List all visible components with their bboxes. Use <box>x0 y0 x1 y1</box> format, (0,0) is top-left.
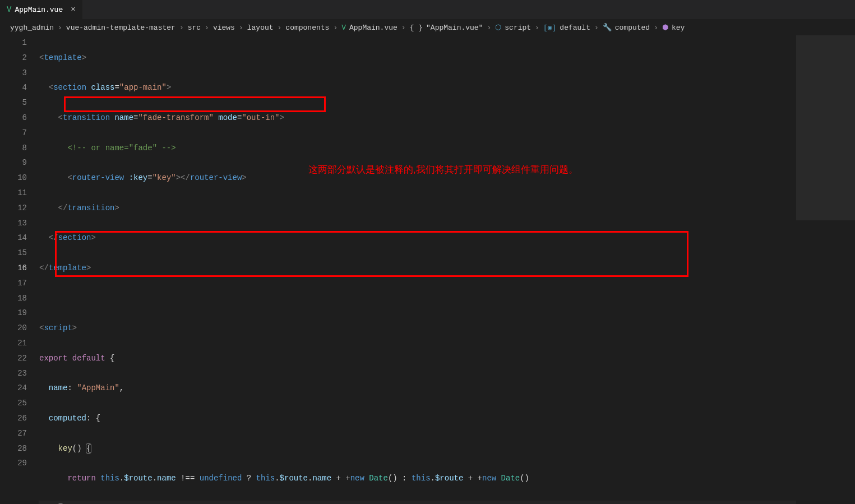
line-number: 16 <box>0 261 27 276</box>
vue-icon: V <box>7 5 11 14</box>
line-number: 15 <box>0 246 27 261</box>
code-line[interactable]: <!-- or name="fade" --> <box>39 141 855 156</box>
code-line[interactable]: computed: { <box>39 411 855 426</box>
line-number: 5 <box>0 95 27 110</box>
line-number: 12 <box>0 201 27 216</box>
minimap-viewport[interactable] <box>796 35 855 220</box>
code-line[interactable]: } <box>39 501 855 504</box>
chevron-right-icon: › <box>58 24 62 32</box>
breadcrumb-item[interactable]: AppMain.vue <box>349 24 398 32</box>
default-icon: [◉] <box>543 23 556 32</box>
chevron-right-icon: › <box>239 24 243 32</box>
line-number: 3 <box>0 66 27 81</box>
code-line[interactable]: <template> <box>39 50 855 66</box>
line-number: 17 <box>0 276 27 291</box>
breadcrumb-item[interactable]: key <box>672 24 685 32</box>
code-content[interactable]: <template> <section class="app-main"> <t… <box>39 35 855 504</box>
chevron-right-icon: › <box>594 24 599 32</box>
chevron-right-icon: › <box>487 24 491 32</box>
chevron-right-icon: › <box>401 24 406 32</box>
line-number: 29 <box>0 456 27 471</box>
breadcrumb-item[interactable]: components <box>285 24 329 32</box>
tab-appmain[interactable]: V AppMain.vue × <box>0 0 82 19</box>
code-line[interactable] <box>39 291 855 306</box>
chevron-right-icon: › <box>205 24 209 32</box>
line-number: 9 <box>0 155 27 170</box>
code-line[interactable]: return this.$route.name !== undefined ? … <box>39 471 855 486</box>
tab-bar: V AppMain.vue × <box>0 0 855 20</box>
minimap[interactable] <box>796 35 855 504</box>
wrench-icon: 🔧 <box>603 23 612 32</box>
line-number: 14 <box>0 230 27 246</box>
breadcrumb-item[interactable]: layout <box>247 24 274 32</box>
line-number: 2 <box>0 50 27 66</box>
script-icon: ⬡ <box>495 23 501 32</box>
line-number: 28 <box>0 441 27 456</box>
tab-filename: AppMain.vue <box>15 6 63 14</box>
line-number: 20 <box>0 321 27 336</box>
line-number: 18 <box>0 291 27 306</box>
breadcrumb[interactable]: yygh_admin › vue-admin-template-master ›… <box>0 20 855 35</box>
code-line[interactable]: </section> <box>39 230 855 246</box>
line-number: 10 <box>0 170 27 186</box>
breadcrumb-item[interactable]: script <box>505 24 531 32</box>
breadcrumb-item[interactable]: yygh_admin <box>10 24 54 32</box>
vue-icon: V <box>341 24 346 32</box>
cube-icon: ⬢ <box>662 23 668 32</box>
line-number: 4 <box>0 80 27 95</box>
code-editor[interactable]: 1 2 3 4 5 6 7 8 9 10 11 12 13 14 15 16 1… <box>0 35 855 504</box>
line-number: 21 <box>0 336 27 351</box>
line-number: 27 <box>0 426 27 441</box>
line-number: 23 <box>0 366 27 381</box>
code-line[interactable]: export default { <box>39 351 855 366</box>
line-number-gutter: 1 2 3 4 5 6 7 8 9 10 11 12 13 14 15 16 1… <box>0 35 39 504</box>
line-number: 22 <box>0 351 27 366</box>
chevron-right-icon: › <box>179 24 184 32</box>
line-number: 8 <box>0 141 27 156</box>
braces-icon: { } <box>410 24 423 32</box>
chevron-right-icon: › <box>278 24 282 32</box>
line-number: 6 <box>0 110 27 126</box>
vertical-scrollbar[interactable] <box>847 35 855 504</box>
chevron-right-icon: › <box>535 24 539 32</box>
breadcrumb-item[interactable]: computed <box>615 24 650 32</box>
line-number: 11 <box>0 186 27 201</box>
code-line[interactable]: key() { <box>39 441 855 456</box>
line-number: 25 <box>0 396 27 411</box>
chevron-right-icon: › <box>654 24 658 32</box>
line-number: 7 <box>0 126 27 141</box>
line-number: 19 <box>0 306 27 321</box>
highlight-box-1 <box>64 96 326 112</box>
code-line[interactable]: <router-view :key="key"></router-view> <box>39 170 855 186</box>
breadcrumb-item[interactable]: "AppMain.vue" <box>426 24 483 32</box>
line-number: 13 <box>0 216 27 231</box>
breadcrumb-item[interactable]: default <box>560 24 590 32</box>
breadcrumb-item[interactable]: vue-admin-template-master <box>66 24 175 32</box>
code-line[interactable]: <section class="app-main"> <box>39 80 855 95</box>
close-icon[interactable]: × <box>71 5 75 14</box>
code-line[interactable]: name: "AppMain", <box>39 381 855 396</box>
code-line[interactable]: <transition name="fade-transform" mode="… <box>39 110 855 126</box>
breadcrumb-item[interactable]: src <box>188 24 201 32</box>
line-number: 24 <box>0 381 27 396</box>
code-line[interactable]: <script> <box>39 321 855 336</box>
line-number: 26 <box>0 411 27 426</box>
chevron-right-icon: › <box>333 24 338 32</box>
breadcrumb-item[interactable]: views <box>213 24 235 32</box>
code-line[interactable]: </transition> <box>39 201 855 216</box>
line-number: 1 <box>0 35 27 50</box>
code-line[interactable]: </template> <box>39 261 855 276</box>
